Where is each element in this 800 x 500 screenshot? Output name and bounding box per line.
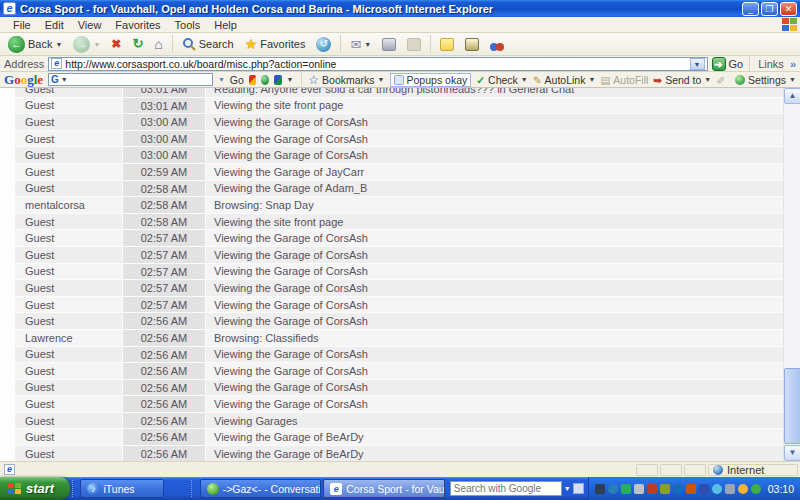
history-button[interactable]: ↺	[312, 36, 335, 53]
forward-button[interactable]: → ▼	[69, 35, 104, 54]
row-action-link[interactable]: Viewing the Garage of CorsAsh	[206, 249, 783, 261]
messenger-button[interactable]	[486, 37, 510, 52]
taskbar-grip[interactable]	[72, 480, 77, 497]
go-button[interactable]: ➔ Go	[712, 57, 744, 71]
menu-tools[interactable]: Tools	[168, 18, 208, 32]
row-action-link[interactable]: Viewing the Garage of CorsAsh	[206, 282, 783, 294]
row-action-link[interactable]: Viewing the site front page	[206, 99, 783, 111]
stop-button[interactable]: ✖	[107, 36, 125, 52]
tray-icon[interactable]	[712, 484, 722, 494]
google-dice-icon[interactable]	[249, 75, 257, 85]
deskband-search-input[interactable]	[450, 481, 562, 496]
minimize-button[interactable]: _	[742, 2, 759, 16]
row-action-link[interactable]: Viewing the Garage of CorsAsh	[206, 398, 783, 410]
row-action-link[interactable]: Browsing: Snap Day	[206, 199, 783, 211]
tray-icon[interactable]	[699, 484, 709, 494]
row-action-link[interactable]: Viewing the Garage of JayCarr	[206, 166, 783, 178]
back-dropdown-icon[interactable]: ▼	[55, 41, 62, 48]
tray-icon[interactable]	[686, 484, 696, 494]
menu-favorites[interactable]: Favorites	[108, 18, 167, 32]
spellcheck-button[interactable]: ✓ Check▼	[476, 74, 528, 86]
home-button[interactable]: ⌂	[150, 36, 166, 52]
highlighter-icon[interactable]	[274, 75, 282, 85]
tray-icon[interactable]	[634, 484, 644, 494]
taskbar-button-itunes[interactable]: ♪ iTunes	[80, 479, 164, 498]
menu-help[interactable]: Help	[207, 18, 244, 32]
row-action-link[interactable]: Viewing the Garage of BeArDy	[206, 448, 783, 460]
gsearch-dropdown-icon[interactable]: ▼	[218, 76, 225, 83]
row-action-link[interactable]: Viewing the Garage of CorsAsh	[206, 232, 783, 244]
address-input-box[interactable]: e ▼	[48, 57, 707, 71]
table-row: Guest02:57 AMViewing the Garage of CorsA…	[15, 230, 783, 247]
address-dropdown-icon[interactable]: ▼	[690, 58, 705, 70]
row-action-link[interactable]: Reading: Anyone ever sold a car through …	[206, 88, 783, 95]
bookmarks-button[interactable]: ☆ Bookmarks▼	[308, 73, 384, 87]
menu-edit[interactable]: Edit	[38, 18, 71, 32]
print-button[interactable]	[378, 37, 400, 52]
row-action-link[interactable]: Viewing the Garage of CorsAsh	[206, 133, 783, 145]
media-button[interactable]	[461, 37, 483, 52]
google-search-box[interactable]: G ▼	[48, 73, 213, 86]
row-action-link[interactable]: Viewing the Garage of CorsAsh	[206, 299, 783, 311]
whos-online-table: Guest03:01 AMReading: Anyone ever sold a…	[15, 88, 783, 461]
discuss-button[interactable]	[436, 37, 458, 52]
tray-icon[interactable]	[751, 484, 761, 494]
row-action-link[interactable]: Viewing Garages	[206, 415, 783, 427]
mail-button[interactable]: ✉ ▼	[346, 36, 375, 53]
edit-button[interactable]	[403, 37, 425, 52]
row-action-link[interactable]: Viewing the Garage of CorsAsh	[206, 265, 783, 277]
refresh-button[interactable]: ↻	[128, 36, 147, 52]
start-button[interactable]: start	[0, 477, 70, 500]
address-bar: Address e ▼ ➔ Go Links »	[0, 56, 800, 72]
search-button[interactable]: Search	[178, 36, 238, 52]
row-action-link[interactable]: Viewing the Garage of CorsAsh	[206, 116, 783, 128]
row-action-link[interactable]: Viewing the Garage of CorsAsh	[206, 381, 783, 393]
sendto-button[interactable]: ➥ Send to▼	[653, 74, 711, 86]
scrollbar-thumb[interactable]	[784, 368, 800, 444]
favorites-button[interactable]: ★ Favorites	[241, 35, 310, 53]
google-search-input[interactable]	[70, 74, 210, 86]
back-button[interactable]: ← Back ▼	[4, 35, 66, 54]
tray-icon[interactable]	[660, 484, 670, 494]
tray-icon[interactable]	[738, 484, 748, 494]
row-action-link[interactable]: Viewing the Garage of CorsAsh	[206, 348, 783, 360]
tray-icon[interactable]	[673, 484, 683, 494]
tray-icon[interactable]	[725, 484, 735, 494]
row-action-link[interactable]: Viewing the site front page	[206, 216, 783, 228]
autolink-button[interactable]: ✎ AutoLink▼	[533, 74, 596, 86]
address-input[interactable]	[65, 58, 686, 70]
taskbar-grip[interactable]	[191, 480, 196, 497]
google-search-dropdown-icon[interactable]: ▼	[61, 76, 68, 83]
mail-dropdown-icon[interactable]: ▼	[364, 41, 371, 48]
links-overflow-icon[interactable]: »	[790, 58, 796, 70]
row-action-link[interactable]: Viewing the Garage of BeArDy	[206, 431, 783, 443]
taskbar-button-conversation[interactable]: ->Gaz<- - Conversation	[200, 479, 322, 498]
row-action-link[interactable]: Viewing the Garage of CorsAsh	[206, 315, 783, 327]
menu-file[interactable]: File	[6, 18, 38, 32]
deskband-dropdown-icon[interactable]: ▼	[564, 485, 571, 492]
tray-icon[interactable]	[608, 484, 618, 494]
menu-view[interactable]: View	[71, 18, 109, 32]
tray-icon[interactable]	[647, 484, 657, 494]
row-action-link[interactable]: Viewing the Garage of CorsAsh	[206, 149, 783, 161]
taskbar-button-corsa-sport[interactable]: e Corsa Sport - for Vau...	[323, 479, 445, 498]
links-label[interactable]: Links	[756, 58, 786, 70]
google-go-button[interactable]: Go	[230, 74, 244, 86]
restore-button[interactable]: ❐	[761, 2, 778, 16]
vertical-scrollbar[interactable]: ▲ ▼	[783, 88, 800, 461]
row-action-link[interactable]: Viewing the Garage of CorsAsh	[206, 365, 783, 377]
table-row: Guest03:00 AMViewing the Garage of CorsA…	[15, 114, 783, 131]
tray-icon[interactable]	[621, 484, 631, 494]
settings-button[interactable]: Settings▼	[735, 74, 796, 86]
scroll-down-button[interactable]: ▼	[784, 445, 800, 461]
deskband-button[interactable]	[573, 483, 584, 494]
pagerank-icon[interactable]	[261, 75, 269, 85]
close-button[interactable]: ✕	[780, 2, 797, 16]
row-action-link[interactable]: Browsing: Classifieds	[206, 332, 783, 344]
tools-dropdown-icon[interactable]: ▼	[287, 76, 294, 83]
tray-icon[interactable]	[595, 484, 605, 494]
scroll-up-button[interactable]: ▲	[784, 88, 800, 104]
popup-blocker-button[interactable]: Popups okay	[390, 73, 472, 87]
row-action-link[interactable]: Viewing the Garage of Adam_B	[206, 182, 783, 194]
row-username: Guest	[15, 88, 122, 95]
